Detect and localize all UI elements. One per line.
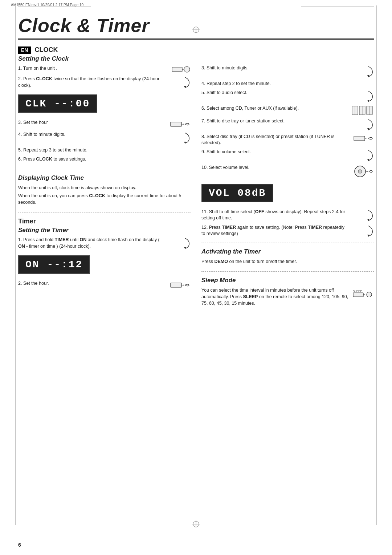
- right-step-7: 7. Shift to disc tray or tuner station s…: [201, 118, 374, 131]
- right-step-10-text: 10. Select volume level.: [201, 165, 349, 171]
- right-step-6-text: 6. Select among CD, Tuner or AUX (if ava…: [201, 105, 349, 112]
- svg-rect-21: [354, 136, 365, 141]
- reg-mark-top-icon: [192, 26, 200, 33]
- clock-step-2: 2. Press CLOCK twice so that the time fl…: [18, 76, 191, 89]
- svg-point-26: [358, 170, 362, 173]
- clock-step-6-text: 6. Press CLOCK to save settings.: [18, 156, 191, 163]
- displaying-clock-subtitle: Displaying Clock Time: [18, 174, 191, 182]
- divider-2: [18, 212, 191, 212]
- right-step-9-icon: [352, 149, 374, 162]
- bottom-border: [18, 542, 374, 542]
- right-step-5-icon: [352, 90, 374, 103]
- left-column: EN CLOCK Setting the Clock 1. Turn on th…: [18, 46, 191, 313]
- vol-display: VOL 08dB: [201, 184, 273, 202]
- right-step-7-icon: [352, 118, 374, 131]
- right-divider-2: [201, 271, 374, 272]
- svg-point-2: [184, 66, 190, 72]
- clock-step-1-text: 1. Turn on the unit .: [18, 65, 166, 72]
- right-divider-1: [201, 243, 374, 243]
- sleep-btn-circle-icon: SLEEP: [353, 288, 374, 297]
- clock-step-3-text: 3. Set the hour: [18, 119, 166, 126]
- clock-step-1: 1. Turn on the unit .: [18, 65, 191, 73]
- on-display-wrapper: ON --:12: [18, 252, 191, 277]
- clock-step-4-icon: [169, 131, 191, 145]
- sleep-mode-section: Sleep Mode You can select the time inter…: [201, 277, 374, 307]
- clock-step-2-icon: [169, 76, 191, 89]
- right-step-11-text: 11. Shift to off time select (OFF shows …: [201, 209, 349, 222]
- activating-timer-subtitle: Activating the Timer: [201, 248, 374, 255]
- svg-marker-11: [183, 284, 184, 286]
- right-step-7-text: 7. Shift to disc tray or tuner station s…: [201, 118, 349, 125]
- clock-step-4: 4. Shift to minute digits.: [18, 131, 191, 145]
- right-curve-icon-11: [363, 209, 374, 222]
- right-step-8-icon: [352, 134, 374, 143]
- top-border-right: [301, 7, 374, 7]
- right-step-4: 4. Repeat step 2 to set the minute.: [201, 81, 374, 87]
- right-step-9: 9. Shift to volume select.: [201, 149, 374, 162]
- sleep-mode-text: You can select the time interval in minu…: [201, 287, 349, 307]
- page-header: AM1550 EN rev.1 10/29/01 2:17 PM Page 10: [11, 3, 83, 7]
- timer-step-1-icon: [169, 237, 191, 250]
- reg-mark-top: [192, 26, 200, 35]
- right-step-6: 6. Select among CD, Tuner or AUX (if ava…: [201, 105, 374, 116]
- timer-btn-knob-icon: [170, 280, 191, 290]
- clock-step-4-text: 4. Shift to minute digits.: [18, 131, 166, 138]
- displaying-clock-text1: When the unit is off, clock time is alwa…: [18, 185, 191, 191]
- sleep-mode-subtitle: Sleep Mode: [201, 277, 374, 284]
- clock-step-3-icon: [169, 119, 191, 129]
- content-columns: EN CLOCK Setting the Clock 1. Turn on th…: [18, 46, 374, 313]
- curve-icon-4: [180, 131, 191, 145]
- clock-section: EN CLOCK Setting the Clock 1. Turn on th…: [18, 46, 191, 162]
- left-border: [15, 5, 16, 525]
- clock-step-2-text: 2. Press CLOCK twice so that the time fl…: [18, 76, 166, 89]
- svg-point-34: [367, 292, 372, 297]
- clock-step-5-text: 5. Repeat step 3 to set the minute.: [18, 147, 191, 154]
- svg-text:SLEEP: SLEEP: [353, 289, 362, 293]
- right-curve-icon-3: [363, 65, 374, 78]
- right-step-5: 5. Shift to audio select.: [201, 90, 374, 103]
- btn-knob-icon: [170, 119, 191, 129]
- clock-header: EN CLOCK: [18, 46, 191, 54]
- sleep-mode-icon: SLEEP: [353, 288, 374, 298]
- right-btn-knob-8: [354, 134, 374, 143]
- svg-rect-4: [171, 122, 181, 126]
- on-display: ON --:12: [18, 255, 90, 274]
- svg-marker-28: [367, 170, 368, 173]
- right-curve-icon-9: [363, 149, 374, 162]
- timer-step-1-text: 1. Press and hold TIMER until ON and clo…: [18, 237, 166, 250]
- svg-marker-23: [367, 137, 367, 139]
- power-btn-icon: [172, 65, 191, 73]
- right-step-8-text: 8. Select disc tray (if CD is selected) …: [201, 134, 349, 146]
- timer-step-2-text: 2. Set the hour.: [18, 280, 166, 287]
- reg-mark-bottom: [192, 520, 200, 529]
- timer-subtitle: Setting the Timer: [18, 227, 191, 234]
- dial-knob-icon: [354, 165, 374, 178]
- right-step-10-icon: [352, 165, 374, 178]
- sleep-mode-content: You can select the time interval in minu…: [201, 287, 374, 307]
- clk-display-wrapper: CLK --:00: [18, 92, 191, 116]
- curve-arrow-icon: [180, 76, 191, 89]
- timer-step-1: 1. Press and hold TIMER until ON and clo…: [18, 237, 191, 250]
- timer-section: Timer Setting the Timer 1. Press and hol…: [18, 218, 191, 290]
- right-step-12-icon: [352, 224, 374, 238]
- clock-subtitle: Setting the Clock: [18, 55, 191, 62]
- right-step-12-text: 12. Press TIMER again to save setting. (…: [201, 224, 349, 237]
- clock-step-5: 5. Repeat step 3 to set the minute.: [18, 147, 191, 154]
- right-curve-icon-12: [363, 224, 374, 238]
- timer-step-2: 2. Set the hour.: [18, 280, 191, 290]
- right-step-3: 3. Shift to minute digits.: [201, 65, 374, 78]
- right-step-3-icon: [352, 65, 374, 78]
- right-curve-icon-7: [363, 118, 374, 131]
- timer-step-2-icon: [169, 280, 191, 290]
- page-number: 6: [18, 542, 21, 548]
- divider-1: [18, 169, 191, 169]
- three-disc-icons: [352, 105, 374, 116]
- right-step-11-icon: [352, 209, 374, 222]
- right-step-10: 10. Select volume level.: [201, 165, 374, 178]
- displaying-clock-text2: When the unit is on, you can press CLOCK…: [18, 193, 191, 206]
- right-column: 3. Shift to minute digits. 4. Repeat ste…: [201, 46, 374, 313]
- clock-step-3: 3. Set the hour: [18, 119, 191, 129]
- clock-title: CLOCK: [34, 46, 58, 54]
- svg-marker-6: [183, 123, 184, 125]
- timer-title: Timer: [18, 218, 191, 225]
